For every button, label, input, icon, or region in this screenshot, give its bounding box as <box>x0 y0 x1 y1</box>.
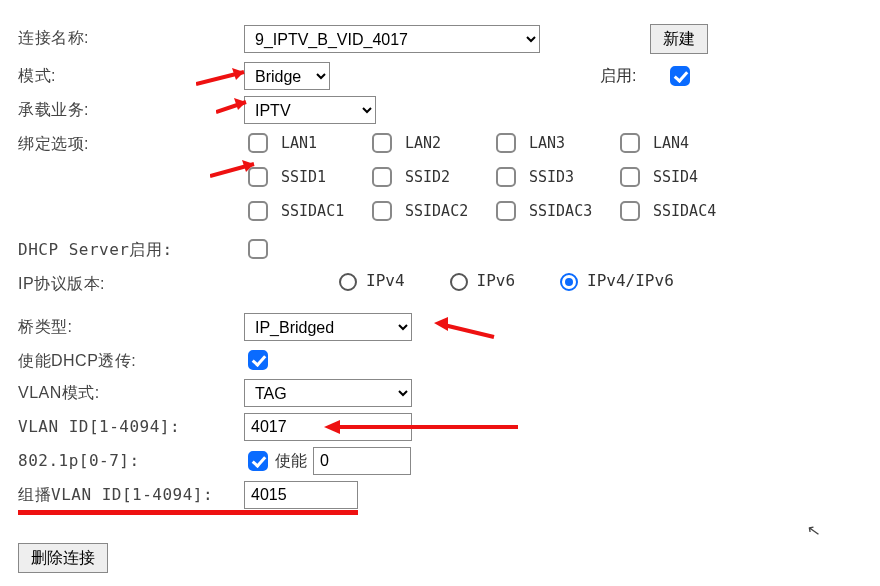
8021p-enable-checkbox[interactable] <box>248 451 268 471</box>
delete-button[interactable]: 删除连接 <box>18 543 108 573</box>
8021p-value-input[interactable] <box>313 447 411 475</box>
bind-ssid2-checkbox[interactable] <box>372 167 392 187</box>
label-conn-name: 连接名称: <box>18 24 244 49</box>
bind-lan4-checkbox[interactable] <box>620 133 640 153</box>
label-bridge-type: 桥类型: <box>18 313 244 338</box>
bind-lan2-checkbox[interactable] <box>372 133 392 153</box>
label-mode: 模式: <box>18 62 244 87</box>
new-button[interactable]: 新建 <box>650 24 708 54</box>
bind-ssidac3-checkbox[interactable] <box>496 201 516 221</box>
label-8021p: 802.1p[0-7]: <box>18 447 244 470</box>
vlan-mode-select[interactable]: TAG <box>244 379 412 407</box>
ipv6-radio[interactable] <box>450 273 468 291</box>
bind-row-ssid: SSID1 SSID2 SSID3 SSID4 <box>244 164 862 190</box>
label-vlan-id: VLAN ID[1-4094]: <box>18 413 244 436</box>
bind-lan3-checkbox[interactable] <box>496 133 516 153</box>
label-vlan-mode: VLAN模式: <box>18 379 244 404</box>
bind-ssidac2-checkbox[interactable] <box>372 201 392 221</box>
label-binding: 绑定选项: <box>18 130 244 155</box>
bind-ssidac1-checkbox[interactable] <box>248 201 268 221</box>
dhcp-server-checkbox[interactable] <box>248 239 268 259</box>
highlight-underline <box>18 510 358 515</box>
label-service: 承载业务: <box>18 96 244 121</box>
bind-lan1-checkbox[interactable] <box>248 133 268 153</box>
label-dhcp-server: DHCP Server启用: <box>18 236 244 261</box>
wan-config-form: 连接名称: 9_IPTV_B_VID_4017 新建 模式: Bridge 启用… <box>18 24 862 573</box>
label-dhcp-pt: 使能DHCP透传: <box>18 347 244 372</box>
enable-checkbox[interactable] <box>670 66 690 86</box>
ipv4ipv6-radio[interactable] <box>560 273 578 291</box>
bind-ssid4-checkbox[interactable] <box>620 167 640 187</box>
label-8021p-enable: 使能 <box>275 451 307 472</box>
ipv4-radio[interactable] <box>339 273 357 291</box>
vlan-id-input[interactable] <box>244 413 412 441</box>
label-ip-version: IP协议版本: <box>18 270 244 295</box>
bind-row-ssidac: SSIDAC1 SSIDAC2 SSIDAC3 SSIDAC4 <box>244 198 862 224</box>
label-enable: 启用: <box>600 66 636 87</box>
bind-ssid3-checkbox[interactable] <box>496 167 516 187</box>
mode-select[interactable]: Bridge <box>244 62 330 90</box>
bind-row-lan: LAN1 LAN2 LAN3 LAN4 <box>244 130 862 156</box>
bind-ssidac4-checkbox[interactable] <box>620 201 640 221</box>
label-mcast-vlan: 组播VLAN ID[1-4094]: <box>18 481 244 506</box>
bridge-type-select[interactable]: IP_Bridged <box>244 313 412 341</box>
dhcp-pt-checkbox[interactable] <box>248 350 268 370</box>
service-select[interactable]: IPTV <box>244 96 376 124</box>
bind-ssid1-checkbox[interactable] <box>248 167 268 187</box>
mcast-vlan-input[interactable] <box>244 481 358 509</box>
conn-name-select[interactable]: 9_IPTV_B_VID_4017 <box>244 25 540 53</box>
